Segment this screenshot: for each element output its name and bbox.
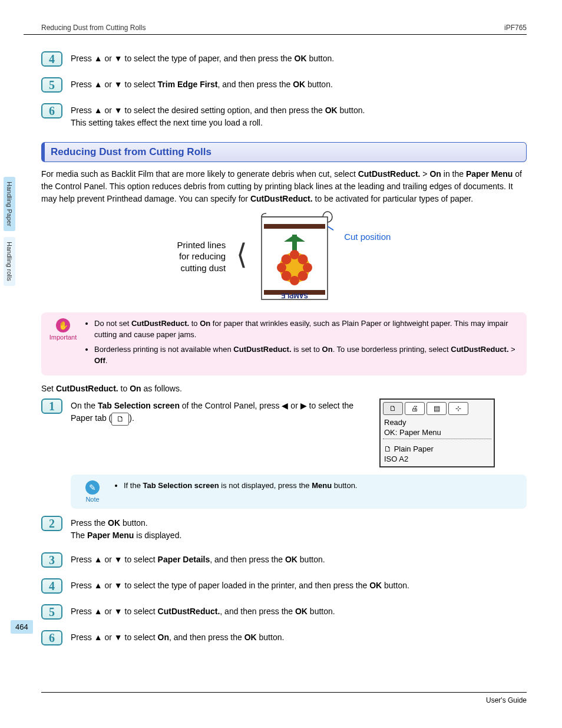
note-callout: ✎ Note If the Tab Selection screen is no… [71, 475, 527, 509]
step-text: Press ▲ or ▼ to select Paper Details, an… [71, 552, 527, 566]
step-number: 5 [41, 604, 62, 620]
set-instruction: Set CutDustReduct. to On as follows. [41, 383, 527, 395]
step-text: Press ▲ or ▼ to select the type of paper… [71, 51, 527, 65]
down-triangle-icon: ▼ [114, 80, 123, 89]
cut-dust-diagram: Printed lines for reducing cutting dust … [41, 211, 527, 302]
brace-icon: ⟨ [236, 243, 247, 266]
section-heading: Reducing Dust from Cutting Rolls [41, 142, 527, 162]
page-footer: User's Guide [41, 692, 527, 704]
screen-tab-paper-icon: 🗋 [383, 402, 403, 415]
top-step-5: 5 Press ▲ or ▼ to select Trim Edge First… [41, 77, 527, 93]
important-icon: ✋ [56, 318, 70, 332]
header-left: Reducing Dust from Cutting Rolls [41, 24, 146, 32]
up-triangle-icon: ▲ [94, 54, 103, 63]
page-number: 464 [11, 620, 33, 634]
down-triangle-icon: ▼ [114, 54, 123, 63]
screen-tab-settings-icon: ⊹ [448, 402, 468, 415]
up-triangle-icon: ▲ [94, 106, 103, 115]
intro-paragraph: For media such as Backlit Film that are … [41, 168, 527, 205]
step-text: Press the OK button. The Paper Menu is d… [71, 516, 527, 542]
right-triangle-icon: ▶ [300, 401, 307, 410]
screen-line-paper: 🗋 Plain Paper [383, 444, 491, 454]
important-body: Do not set CutDustReduct. to On for pape… [85, 318, 518, 370]
diagram-right-label: Cut position [344, 232, 391, 242]
svg-line-8 [328, 226, 333, 232]
step-text: Press ▲ or ▼ to select the type of paper… [71, 578, 527, 592]
step-2: 2 Press the OK button. The Paper Menu is… [41, 516, 527, 542]
top-step-6: 6 Press ▲ or ▼ to select the desired set… [41, 103, 527, 129]
note-icon: ✎ [85, 480, 100, 495]
svg-point-6 [289, 262, 300, 274]
step-text: Press ▲ or ▼ to select the desired setti… [71, 103, 527, 129]
important-label: Important [47, 334, 79, 341]
step-number: 6 [41, 630, 62, 645]
up-triangle-icon: ▲ [94, 633, 103, 642]
side-tab-handling-paper: Handling Paper [4, 177, 15, 231]
svg-text:SAMPLE: SAMPLE [281, 292, 308, 299]
step-number: 6 [41, 103, 62, 118]
down-triangle-icon: ▼ [114, 633, 123, 642]
step-number: 5 [41, 77, 62, 93]
step-6: 6 Press ▲ or ▼ to select On, and then pr… [41, 630, 527, 645]
screen-line-size: ISO A2 [383, 454, 491, 464]
step-5: 5 Press ▲ or ▼ to select CutDustReduct.,… [41, 604, 527, 620]
diagram-left-label: Printed lines for reducing cutting dust [177, 239, 226, 274]
screen-line-okmenu: OK: Paper Menu [383, 427, 491, 437]
step-number: 3 [41, 552, 62, 568]
down-triangle-icon: ▼ [114, 607, 123, 616]
up-triangle-icon: ▲ [94, 607, 103, 616]
step-text: Press ▲ or ▼ to select On, and then pres… [71, 630, 527, 644]
down-triangle-icon: ▼ [114, 581, 123, 590]
step-number: 4 [41, 578, 62, 594]
paper-tab-icon: 🗋 [111, 413, 129, 426]
step-3: 3 Press ▲ or ▼ to select Paper Details, … [41, 552, 527, 568]
side-tabs: Handling Paper Handling rolls [4, 177, 15, 286]
up-triangle-icon: ▲ [94, 80, 103, 89]
screen-tab-job-icon: ▤ [427, 402, 447, 415]
page-header: Reducing Dust from Cutting Rolls iPF765 [24, 24, 527, 35]
up-triangle-icon: ▲ [94, 581, 103, 590]
side-tab-handling-rolls: Handling rolls [4, 237, 15, 286]
down-triangle-icon: ▼ [114, 555, 123, 564]
header-right: iPF765 [504, 24, 527, 32]
step-text: Press ▲ or ▼ to select CutDustReduct., a… [71, 604, 527, 618]
screen-tab-ink-icon: 🖨 [405, 402, 425, 415]
important-callout: ✋ Important Do not set CutDustReduct. to… [41, 312, 527, 375]
step-4: 4 Press ▲ or ▼ to select the type of pap… [41, 578, 527, 594]
svg-rect-2 [264, 224, 325, 229]
up-triangle-icon: ▲ [94, 555, 103, 564]
left-triangle-icon: ◀ [282, 401, 288, 410]
diagram-image: SAMPLE [258, 211, 333, 302]
section-title: Reducing Dust from Cutting Rolls [51, 146, 520, 158]
step-number: 4 [41, 51, 62, 67]
top-step-4: 4 Press ▲ or ▼ to select the type of pap… [41, 51, 527, 67]
down-triangle-icon: ▼ [114, 106, 123, 115]
step-text: On the Tab Selection screen of the Contr… [71, 398, 371, 425]
step-number: 1 [41, 398, 62, 414]
note-label: Note [77, 496, 108, 503]
note-body: If the Tab Selection screen is not displ… [114, 480, 518, 495]
step-number: 2 [41, 516, 62, 531]
screen-line-ready: Ready [383, 417, 491, 427]
step-text: Press ▲ or ▼ to select Trim Edge First, … [71, 77, 527, 91]
control-panel-screen: 🗋 🖨 ▤ ⊹ Ready OK: Paper Menu 🗋 Plain Pap… [379, 398, 495, 467]
step-1-row: 1 On the Tab Selection screen of the Con… [41, 398, 527, 467]
